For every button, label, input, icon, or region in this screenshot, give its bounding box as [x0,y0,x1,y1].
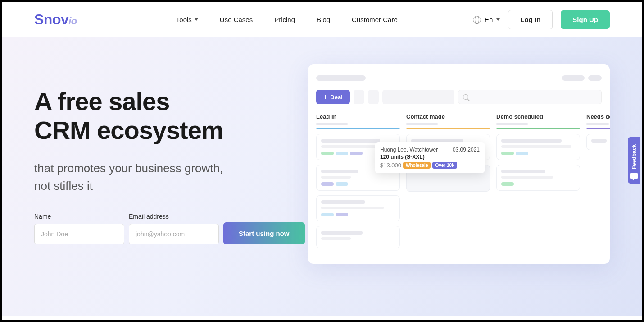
placeholder [496,123,528,125]
nav-tools[interactable]: Tools [176,16,198,23]
globe-icon [473,16,481,24]
pipeline-columns: Lead in [316,113,602,253]
hero-title: A free sales CRM ecosystem [34,87,313,145]
deal-date: 03.09.2021 [453,147,480,153]
header: Snovio Tools Use Cases Pricing Blog Cust… [2,2,642,37]
add-deal-button[interactable]: + Deal [316,90,350,104]
mockup-toolbar: + Deal [316,90,602,104]
signup-form: Name Email address Start using now [34,213,313,244]
search-icon [463,94,468,100]
placeholder [406,123,438,125]
nav-pricing[interactable]: Pricing [274,16,295,23]
deal-title: 120 units (S-XXL) [380,154,480,160]
nav-blog[interactable]: Blog [317,16,330,23]
logo-main: Snov [34,11,68,28]
column-underline [316,128,400,129]
start-button[interactable]: Start using now [223,222,305,244]
placeholder [316,123,348,125]
hero-section: A free sales CRM ecosystem that promotes… [2,37,642,316]
chevron-down-icon [195,18,198,21]
toolbar-item[interactable] [368,90,379,104]
column-underline [406,128,490,129]
email-label: Email address [129,213,219,220]
mockup-header [316,75,602,81]
badge-wholesale: Wholesale [403,162,431,169]
column-contact-made: Contact made [406,113,490,253]
placeholder [562,75,585,81]
column-demo-scheduled: Demo scheduled [496,113,580,253]
column-title: Needs de [586,113,610,120]
column-needs: Needs de [586,113,610,253]
chevron-down-icon [496,18,500,21]
nav-customer-care[interactable]: Customer Care [352,16,398,23]
column-underline [586,128,610,129]
main-nav: Tools Use Cases Pricing Blog Customer Ca… [176,16,398,23]
email-field-group: Email address [129,213,219,244]
name-input[interactable] [34,224,124,244]
name-field-group: Name [34,213,124,244]
hero-subtitle: that promotes your business growth, not … [34,160,313,195]
column-lead-in: Lead in [316,113,400,253]
deal-card[interactable] [586,134,610,150]
crm-mockup: + Deal Lead in [308,64,610,264]
column-underline [496,128,580,129]
nav-use-cases[interactable]: Use Cases [220,16,253,23]
toolbar-item[interactable] [382,90,454,104]
badge-over10k: Over 10k [432,162,457,169]
email-input[interactable] [129,224,219,244]
search-box[interactable] [458,90,602,104]
placeholder [316,75,366,81]
deal-card[interactable] [316,226,400,248]
logo-suffix: io [68,15,77,27]
toolbar-item[interactable] [354,90,364,104]
header-right: En Log In Sign Up [473,10,610,29]
deal-card[interactable] [496,134,580,160]
column-title: Contact made [406,113,490,120]
column-title: Demo scheduled [496,113,580,120]
deal-detail-popup: Huong Lee, Watchtower 03.09.2021 120 uni… [375,142,485,173]
deal-price: $13.000 [380,162,401,169]
language-selector[interactable]: En [473,16,500,24]
name-label: Name [34,213,124,220]
placeholder [588,75,602,81]
deal-card[interactable] [496,165,580,191]
chat-icon [630,173,638,179]
column-title: Lead in [316,113,400,120]
logo[interactable]: Snovio [34,11,77,28]
signup-button[interactable]: Sign Up [561,10,610,29]
deal-contact: Huong Lee, Watchtower [380,147,438,153]
placeholder [586,123,609,125]
login-button[interactable]: Log In [508,10,553,29]
plus-icon: + [323,93,327,101]
hero-content: A free sales CRM ecosystem that promotes… [34,37,313,316]
deal-card[interactable] [316,195,400,221]
feedback-tab[interactable]: Feedback [628,137,640,184]
